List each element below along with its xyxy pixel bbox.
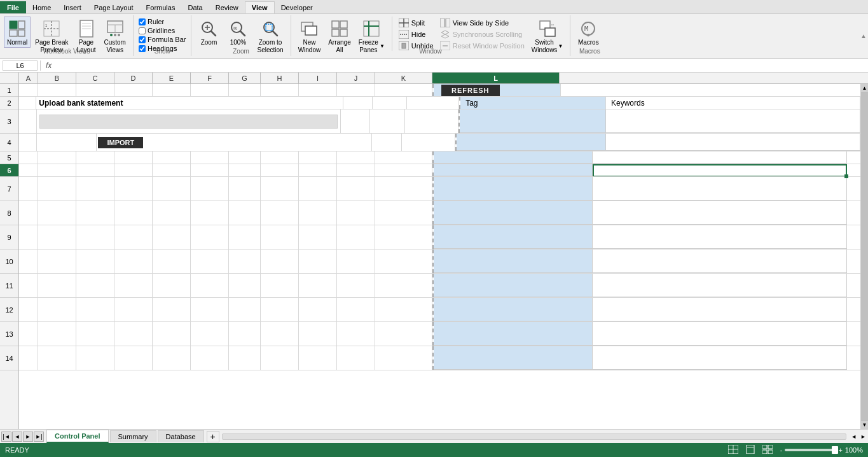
tab-review[interactable]: Review [209,2,245,13]
tag-row-9[interactable] [434,225,593,249]
zoom-button[interactable]: Zoom [195,17,222,48]
add-sheet-button[interactable]: + [207,431,219,442]
row-num-12[interactable]: 12 [0,298,18,322]
tag-row-4[interactable] [457,134,606,151]
row-num-5[interactable]: 5 [0,151,18,164]
tag-row-5[interactable] [434,151,593,164]
keywords-row-4[interactable] [606,134,860,151]
keywords-row-9[interactable] [593,225,847,249]
keywords-row-13[interactable] [593,322,847,346]
row-num-14[interactable]: 14 [0,346,18,370]
tag-row-14[interactable] [434,346,593,370]
normal-view-icon[interactable] [728,445,738,455]
hide-button[interactable]: Hide [396,29,436,39]
zoom-minus[interactable]: - [780,446,783,454]
sheet-nav-next[interactable]: ► [23,432,33,442]
keywords-row-10[interactable] [593,250,847,273]
keywords-row-8[interactable] [593,201,847,225]
tag-row-8[interactable] [434,201,593,225]
row-num-7[interactable]: 7 [0,177,18,201]
sheet-nav-prev[interactable]: ◄ [12,432,22,442]
col-header-G[interactable]: G [229,73,261,83]
tag-row-11[interactable] [434,274,593,297]
col-header-E[interactable]: E [153,73,191,83]
row-num-2[interactable]: 2 [0,97,18,109]
tab-view[interactable]: View [245,1,275,13]
formula-bar-checkbox[interactable]: Formula Bar [139,36,186,43]
row-num-3[interactable]: 3 [0,109,18,134]
tab-developer[interactable]: Developer [275,2,319,13]
grid-area[interactable]: REFRESH Upload bank statement Tag Keywor… [19,84,860,429]
tag-row-13[interactable] [434,322,593,346]
scroll-bar-left[interactable]: ◄ [849,433,858,440]
tag-row-6[interactable] [434,164,593,176]
col-header-I[interactable]: I [299,73,337,83]
sheet-tab-control-panel[interactable]: Control Panel [46,430,109,443]
col-header-A[interactable]: A [19,73,38,83]
tab-formulas[interactable]: Formulas [140,2,182,13]
tab-data[interactable]: Data [181,2,209,13]
scroll-down-arrow[interactable]: ▼ [861,420,868,429]
scroll-thumb[interactable] [861,93,868,420]
ribbon-scroll-right[interactable]: ▲ [859,15,868,56]
zoom-100-button[interactable]: % 100% [224,17,251,48]
tab-home[interactable]: Home [26,2,57,13]
keywords-row-3[interactable] [606,109,860,133]
col-header-H[interactable]: H [261,73,299,83]
zoom-slider[interactable]: - + 100% [780,446,863,454]
col-header-L[interactable]: L [432,73,560,83]
col-header-C[interactable]: C [76,73,114,83]
row-9 [19,225,860,250]
file-input-area[interactable] [39,115,338,129]
cell-L1[interactable]: REFRESH [434,84,561,96]
macros-button[interactable]: M Macros [574,17,602,48]
sync-scrolling-button[interactable]: Synchronous Scrolling [437,29,527,39]
zoom-plus[interactable]: + [838,446,842,454]
import-button[interactable]: IMPORT [98,137,143,148]
row-num-13[interactable]: 13 [0,322,18,346]
scroll-bar-right[interactable]: ► [858,433,868,440]
ruler-checkbox[interactable]: Ruler [139,18,186,25]
row-num-1[interactable]: 1 [0,84,18,97]
keywords-row-7[interactable] [593,177,847,200]
tag-row-12[interactable] [434,298,593,321]
sheet-nav-last[interactable]: ►| [34,432,44,442]
refresh-button[interactable]: REFRESH [441,85,500,96]
col-header-D[interactable]: D [114,73,153,83]
tab-page-layout[interactable]: Page Layout [88,2,140,13]
keywords-row-5[interactable] [593,151,847,164]
normal-button[interactable]: Normal [4,17,31,48]
page-break-view-icon[interactable] [762,445,773,455]
cell-L6-selected[interactable] [593,164,847,176]
split-button[interactable]: Split [396,18,436,28]
tag-row-7[interactable] [434,177,593,200]
row-num-11[interactable]: 11 [0,274,18,298]
sheet-hscroll[interactable] [222,433,846,440]
row-num-4[interactable]: 4 [0,134,18,151]
gridlines-checkbox[interactable]: Gridlines [139,27,186,34]
sheet-tab-summary[interactable]: Summary [110,430,156,442]
row-num-9[interactable]: 9 [0,225,18,250]
cell-B3[interactable] [37,109,341,133]
keywords-row-14[interactable] [593,346,847,370]
row-num-6[interactable]: 6 [0,164,18,177]
tab-file[interactable]: File [0,1,26,13]
row-num-10[interactable]: 10 [0,250,18,274]
page-layout-view-icon[interactable] [746,445,755,455]
tag-row-3[interactable] [460,109,607,133]
vertical-scrollbar[interactable]: ▲ ▼ [860,84,868,429]
scroll-up-arrow[interactable]: ▲ [861,84,868,93]
keywords-row-12[interactable] [593,298,847,321]
col-header-F[interactable]: F [191,73,229,83]
row-num-8[interactable]: 8 [0,201,18,225]
sheet-tab-database[interactable]: Database [158,430,204,442]
tag-row-10[interactable] [434,250,593,273]
view-side-by-side-button[interactable]: View Side by Side [437,18,527,28]
row-4: IMPORT [19,134,860,151]
tab-insert[interactable]: Insert [57,2,88,13]
col-header-K[interactable]: K [375,73,432,83]
col-header-J[interactable]: J [337,73,375,83]
sheet-nav-first[interactable]: |◄ [1,432,11,442]
col-header-B[interactable]: B [38,73,76,83]
keywords-row-11[interactable] [593,274,847,297]
